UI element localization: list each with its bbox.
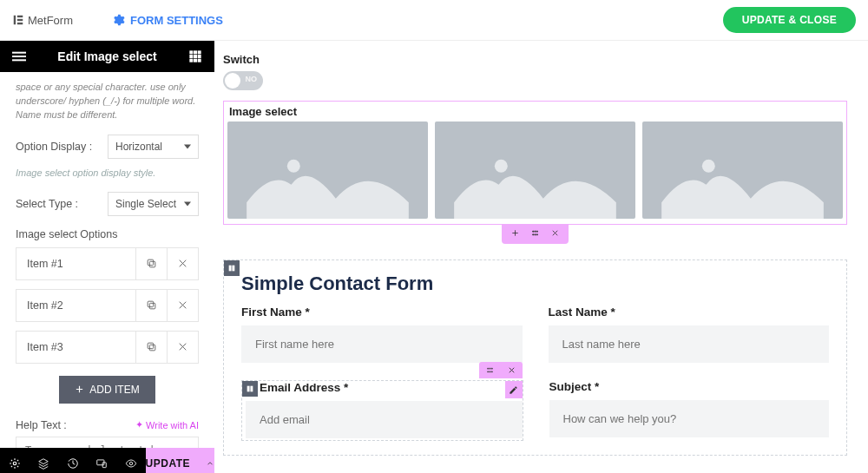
last-name-input[interactable] [549,325,830,363]
svg-rect-6 [12,59,26,61]
write-ai-link[interactable]: ✦Write with AI [135,419,199,430]
svg-rect-40 [229,266,232,272]
option-display-select[interactable]: Horizontal [108,135,199,159]
svg-point-46 [491,368,492,369]
plus-icon [75,384,84,394]
option-item-label: Item #3 [16,332,135,362]
svg-point-31 [495,160,508,173]
select-type-select[interactable]: Single Select [108,192,199,216]
close-icon [507,365,516,375]
update-button[interactable]: UPDATE [146,448,214,473]
brand[interactable]: MetForm [12,14,73,27]
widget-controls [479,362,523,378]
image-option[interactable] [435,122,635,219]
grid-icon [188,49,202,63]
placeholder-icon [227,122,428,219]
delete-section-button[interactable] [550,227,560,240]
copy-icon [146,341,157,352]
option-display-hint: Image select option display style. [16,168,199,178]
form-section: Simple Contact Form First Name * Last Na… [223,259,847,456]
switch-title: Switch [223,53,847,66]
close-icon [177,299,188,311]
email-input[interactable] [246,401,523,438]
pencil-icon [509,385,518,395]
help-text-input[interactable] [16,437,199,448]
brand-text: MetForm [28,14,73,27]
image-select-widget[interactable]: Image select [223,101,847,225]
svg-rect-7 [189,50,193,54]
section-controls [502,224,569,244]
add-item-button[interactable]: ADD ITEM [59,376,155,404]
close-icon [550,228,560,238]
svg-rect-11 [194,55,197,58]
column-handle[interactable] [242,381,258,397]
svg-rect-20 [149,345,155,351]
svg-point-39 [536,234,537,235]
svg-rect-16 [149,262,155,268]
add-section-button[interactable] [510,227,520,240]
device-icon [95,457,108,470]
name-hint-text: space or any special character. use only… [16,81,199,122]
copy-icon [146,299,157,311]
toggle-off-label: NO [246,75,258,83]
delete-widget-button[interactable] [501,362,523,378]
update-close-button[interactable]: UPDATE & CLOSE [723,7,856,33]
svg-rect-15 [198,59,201,62]
responsive-button[interactable] [88,448,117,473]
svg-point-33 [702,160,715,173]
svg-point-34 [533,231,534,232]
option-item[interactable]: Item #3 [16,331,199,364]
drag-icon [485,365,495,375]
update-label: UPDATE [146,457,190,470]
option-item[interactable]: Item #1 [16,247,199,280]
last-name-label: Last Name * [549,305,830,319]
preview-button[interactable] [116,448,146,473]
option-item-label: Item #1 [16,249,135,279]
subject-input[interactable] [549,400,830,437]
svg-rect-10 [189,55,193,58]
svg-rect-18 [149,304,155,310]
svg-rect-12 [198,55,201,58]
column-handle[interactable] [224,260,240,276]
help-text-label: Help Text : [16,419,67,431]
svg-point-44 [487,368,488,369]
drag-section-button[interactable] [530,227,540,240]
duplicate-button[interactable] [135,332,167,363]
duplicate-button[interactable] [135,290,167,321]
gear-icon [111,13,125,27]
write-ai-label: Write with AI [146,420,199,430]
navigator-button[interactable] [30,448,59,473]
svg-rect-2 [17,19,23,21]
remove-button[interactable] [167,332,198,363]
svg-point-38 [535,234,536,235]
image-option[interactable] [642,122,843,219]
svg-point-35 [535,231,536,232]
remove-button[interactable] [167,290,198,321]
svg-point-49 [491,371,492,372]
layers-icon [37,457,49,470]
switch-toggle[interactable]: NO [223,71,263,90]
first-name-input[interactable] [241,325,523,363]
history-button[interactable] [58,448,88,473]
menu-button[interactable] [0,49,38,63]
form-heading: Simple Contact Form [224,260,846,304]
hamburger-icon [12,49,26,63]
first-name-label: First Name * [241,305,523,319]
image-option[interactable] [227,122,428,219]
edit-widget-button[interactable] [505,381,523,398]
option-display-label: Option Display : [16,141,108,153]
drag-widget-button[interactable] [479,362,501,378]
svg-rect-1 [17,16,23,17]
column-icon [227,264,236,273]
svg-rect-8 [194,50,197,54]
form-settings-link[interactable]: FORM SETTINGS [111,13,223,27]
svg-point-24 [13,462,16,465]
apps-button[interactable] [176,49,214,63]
duplicate-button[interactable] [135,248,167,279]
remove-button[interactable] [167,248,198,279]
svg-point-47 [487,371,488,372]
option-item[interactable]: Item #2 [16,289,199,322]
settings-footer-button[interactable] [0,448,30,473]
placeholder-icon [642,122,843,219]
placeholder-icon [435,122,635,219]
